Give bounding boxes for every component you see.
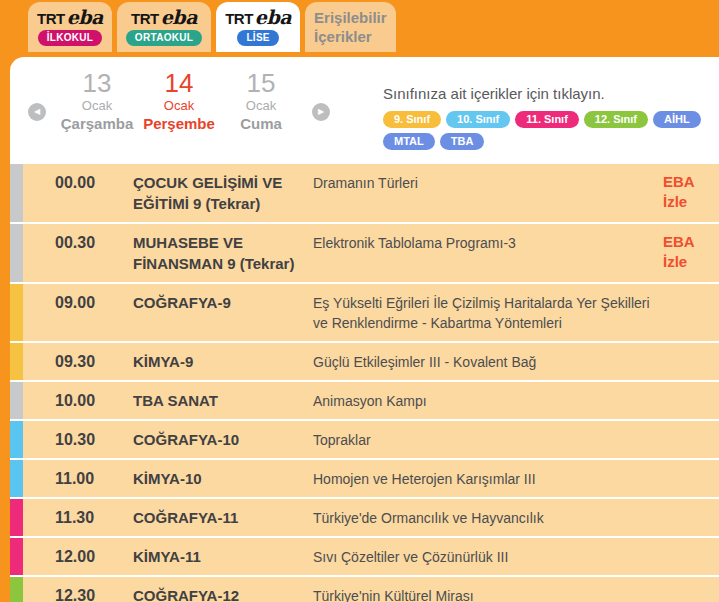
schedule-table: 00.00 ÇOCUK GELİŞİMİ VE EĞİTİMİ 9 (Tekra…: [10, 162, 719, 602]
row-time: 00.00: [23, 172, 133, 193]
day-month: Ocak: [138, 98, 220, 114]
row-course: ÇOCUK GELİŞİMİ VE EĞİTİMİ 9 (Tekrar): [133, 172, 313, 214]
channel-tabbar: TRTeba İLKOKUL TRTeba ORTAOKUL TRTeba Lİ…: [28, 2, 396, 52]
schedule-row: 12.30 COĞRAFYA-12 Türkiye'nin Kültürel M…: [10, 577, 719, 602]
row-course: TBA SANAT: [133, 390, 313, 411]
row-time: 12.30: [23, 585, 133, 602]
accessible-content-tab-label: Erişilebilir İçerikler: [314, 8, 387, 46]
class-filters: Sınıfınıza ait içerikler için tıklayın. …: [383, 84, 701, 155]
row-topic: Türkiye'de Ormancılık ve Hayvancılık: [313, 507, 665, 528]
schedule-header-panel: ◀ 13 Ocak Çarşamba 14 Ocak Perşembe 15 O…: [10, 57, 719, 162]
prev-day-button[interactable]: ◀: [28, 103, 46, 121]
school-level-badge: ORTAOKUL: [126, 30, 202, 46]
schedule-row: 00.00 ÇOCUK GELİŞİMİ VE EĞİTİMİ 9 (Tekra…: [10, 164, 719, 224]
next-day-button[interactable]: ▶: [312, 103, 330, 121]
row-topic: Eş Yükselti Eğrileri İle Çizilmiş Harita…: [313, 292, 665, 333]
class-color-strip: [10, 382, 23, 419]
schedule-row: 09.00 COĞRAFYA-9 Eş Yükselti Eğrileri İl…: [10, 284, 719, 343]
row-topic: Türkiye'nin Kültürel Mirası: [313, 585, 665, 602]
eba-izle-link[interactable]: EBA İzle: [663, 172, 711, 212]
row-course: COĞRAFYA-10: [133, 429, 313, 450]
chevron-left-icon: ◀: [34, 103, 40, 121]
day-number: 15: [220, 69, 302, 98]
filters-chip-row: MTAL TBA: [383, 133, 701, 150]
channel-tab[interactable]: TRTeba ORTAOKUL: [117, 2, 211, 52]
schedule-row: 12.00 KİMYA-11 Sıvı Çözeltiler ve Çözünü…: [10, 538, 719, 577]
date-navigation: ◀ 13 Ocak Çarşamba 14 Ocak Perşembe 15 O…: [28, 69, 330, 133]
class-chip[interactable]: 9. Sınıf: [383, 111, 441, 128]
schedule-row: 11.30 COĞRAFYA-11 Türkiye'de Ormancılık …: [10, 499, 719, 538]
trt-eba-logo: TRTeba: [37, 9, 103, 27]
row-time: 10.00: [23, 390, 133, 411]
day-item[interactable]: 14 Ocak Perşembe: [138, 69, 220, 133]
class-chip[interactable]: MTAL: [383, 133, 435, 150]
row-course: COĞRAFYA-11: [133, 507, 313, 528]
filters-chip-row: 9. Sınıf 10. Sınıf 11. Sınıf 12. Sınıf A…: [383, 111, 701, 128]
day-item[interactable]: 13 Ocak Çarşamba: [56, 69, 138, 133]
class-color-strip: [10, 577, 23, 602]
class-color-strip: [10, 164, 23, 222]
class-color-strip: [10, 538, 23, 575]
row-time: 00.30: [23, 232, 133, 253]
schedule-row: 10.00 TBA SANAT Animasyon Kampı: [10, 382, 719, 421]
school-level-badge: İLKOKUL: [38, 30, 103, 46]
row-time: 11.00: [23, 468, 133, 489]
row-time: 09.00: [23, 292, 133, 313]
class-chip[interactable]: 10. Sınıf: [446, 111, 510, 128]
row-course: COĞRAFYA-12: [133, 585, 313, 602]
channel-tab[interactable]: Erişilebilir İçerikler: [305, 2, 396, 52]
row-topic: Elektronik Tablolama Programı-3: [313, 232, 663, 253]
day-item[interactable]: 15 Ocak Cuma: [220, 69, 302, 133]
day-month: Ocak: [220, 98, 302, 114]
day-number: 14: [138, 69, 220, 98]
row-course: KİMYA-11: [133, 546, 313, 567]
school-level-badge: LİSE: [237, 30, 278, 46]
class-color-strip: [10, 224, 23, 282]
class-color-strip: [10, 460, 23, 497]
row-topic: Animasyon Kampı: [313, 390, 665, 411]
row-topic: Güçlü Etkileşimler III - Kovalent Bağ: [313, 351, 665, 372]
class-chip[interactable]: AİHL: [653, 111, 701, 128]
day-month: Ocak: [56, 98, 138, 114]
class-color-strip: [10, 421, 23, 458]
row-topic: Dramanın Türleri: [313, 172, 663, 193]
class-chip[interactable]: 11. Sınıf: [515, 111, 579, 128]
filters-hint: Sınıfınıza ait içerikler için tıklayın.: [383, 84, 701, 103]
channel-tab[interactable]: TRTeba LİSE: [216, 2, 300, 52]
eba-izle-link[interactable]: EBA İzle: [663, 232, 711, 272]
schedule-row: 09.30 KİMYA-9 Güçlü Etkileşimler III - K…: [10, 343, 719, 382]
row-course: KİMYA-10: [133, 468, 313, 489]
trt-eba-logo: TRTeba: [131, 9, 197, 27]
schedule-row: 00.30 MUHASEBE VE FİNANSMAN 9 (Tekrar) E…: [10, 224, 719, 284]
row-topic: Homojen ve Heterojen Karışımlar III: [313, 468, 665, 489]
row-course: COĞRAFYA-9: [133, 292, 313, 313]
class-chip[interactable]: 12. Sınıf: [584, 111, 648, 128]
row-time: 11.30: [23, 507, 133, 528]
class-color-strip: [10, 284, 23, 341]
row-time: 09.30: [23, 351, 133, 372]
class-chip[interactable]: TBA: [440, 133, 485, 150]
row-time: 12.00: [23, 546, 133, 567]
row-course: MUHASEBE VE FİNANSMAN 9 (Tekrar): [133, 232, 313, 274]
row-topic: Sıvı Çözeltiler ve Çözünürlük III: [313, 546, 665, 567]
class-color-strip: [10, 343, 23, 380]
row-time: 10.30: [23, 429, 133, 450]
row-course: KİMYA-9: [133, 351, 313, 372]
trt-eba-logo: TRTeba: [225, 9, 291, 27]
channel-tab[interactable]: TRTeba İLKOKUL: [28, 2, 112, 52]
row-topic: Topraklar: [313, 429, 665, 450]
day-weekday: Perşembe: [138, 114, 220, 133]
schedule-row: 10.30 COĞRAFYA-10 Topraklar: [10, 421, 719, 460]
day-weekday: Çarşamba: [56, 114, 138, 133]
day-weekday: Cuma: [220, 114, 302, 133]
day-number: 13: [56, 69, 138, 98]
chevron-right-icon: ▶: [318, 103, 324, 121]
schedule-row: 11.00 KİMYA-10 Homojen ve Heterojen Karı…: [10, 460, 719, 499]
class-color-strip: [10, 499, 23, 536]
